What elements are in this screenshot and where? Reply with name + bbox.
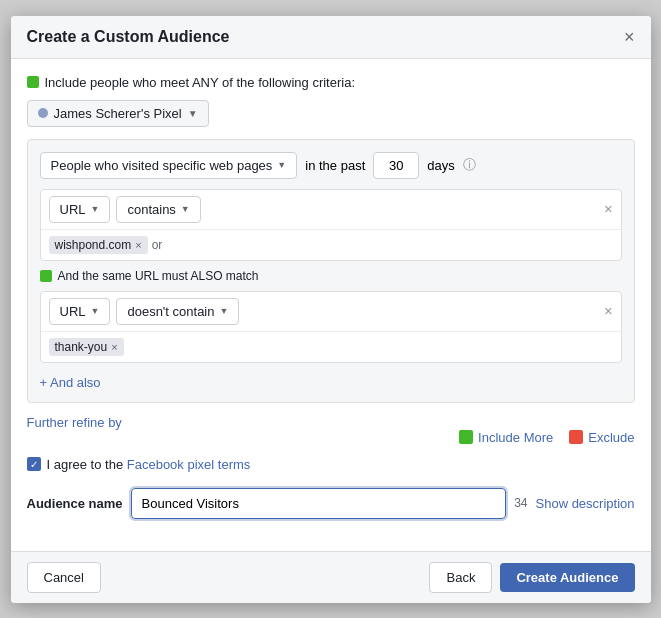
modal-header: Create a Custom Audience × [11,16,651,59]
days-label: days [427,158,454,173]
rule1-operator-dropdown[interactable]: contains ▼ [116,196,200,223]
pixel-dot-icon [38,108,48,118]
rule1-tag-remove[interactable]: × [135,239,141,251]
rule2-field-arrow: ▼ [91,306,100,316]
pixel-selector[interactable]: James Scherer's Pixel ▼ [27,100,209,127]
rule1-op-arrow: ▼ [181,204,190,214]
footer-right: Back Create Audience [429,562,634,593]
criteria-row: People who visited specific web pages ▼ … [40,152,622,179]
rule2-op-arrow: ▼ [219,306,228,316]
close-button[interactable]: × [624,28,635,46]
char-count: 34 [514,496,527,510]
rule2-tag-remove[interactable]: × [111,341,117,353]
in-the-past-label: in the past [305,158,365,173]
rule2-row: URL ▼ doesn't contain ▼ × thank-you × [40,291,622,363]
include-exclude-row: Include More Exclude [27,430,635,445]
audience-name-input[interactable] [131,488,507,519]
rule2-close-icon[interactable]: × [604,303,612,319]
show-description-button[interactable]: Show description [536,496,635,511]
rule1-close-icon[interactable]: × [604,201,612,217]
further-refine-link[interactable]: Further refine by [27,415,122,430]
rule1-field-arrow: ▼ [91,204,100,214]
visit-type-dropdown[interactable]: People who visited specific web pages ▼ [40,152,298,179]
rule2-operator-dropdown[interactable]: doesn't contain ▼ [116,298,239,325]
include-more-button[interactable]: Include More [459,430,553,445]
days-input[interactable] [373,152,419,179]
modal-title: Create a Custom Audience [27,28,230,46]
exclude-button[interactable]: Exclude [569,430,634,445]
rule1-row: URL ▼ contains ▼ × wishpond.com × or [40,189,622,261]
green-square-icon [27,76,39,88]
create-audience-button[interactable]: Create Audience [500,563,634,592]
include-more-icon [459,430,473,444]
audience-name-row: Audience name 34 Show description [27,488,635,519]
audience-name-label: Audience name [27,496,123,511]
modal-body: Include people who meet ANY of the follo… [11,59,651,551]
back-button[interactable]: Back [429,562,492,593]
rule1-field-dropdown[interactable]: URL ▼ [49,196,111,223]
also-match-label: And the same URL must ALSO match [58,269,259,283]
pixel-dropdown-arrow: ▼ [188,108,198,119]
criteria-box: People who visited specific web pages ▼ … [27,139,635,403]
create-custom-audience-modal: Create a Custom Audience × Include peopl… [11,16,651,603]
and-also-btn[interactable]: + And also [40,371,622,390]
terms-row: I agree to the Facebook pixel terms [27,457,635,472]
rule2-top: URL ▼ doesn't contain ▼ × [41,292,621,332]
also-match-row: And the same URL must ALSO match [40,269,622,283]
visit-type-arrow: ▼ [277,160,286,170]
terms-text: I agree to the Facebook pixel terms [47,457,251,472]
terms-checkbox[interactable] [27,457,41,471]
or-text: or [152,238,163,252]
rule1-tag: wishpond.com × [49,236,148,254]
modal-footer: Cancel Back Create Audience [11,551,651,603]
terms-link[interactable]: Facebook pixel terms [127,457,251,472]
exclude-icon [569,430,583,444]
rule2-tag: thank-you × [49,338,124,356]
rule1-tag-row: wishpond.com × or [41,230,621,260]
rule2-field-dropdown[interactable]: URL ▼ [49,298,111,325]
info-icon: ⓘ [463,156,476,174]
pixel-name: James Scherer's Pixel [54,106,182,121]
include-label: Include people who meet ANY of the follo… [27,75,635,90]
rule2-tag-row: thank-you × [41,332,621,362]
also-match-icon [40,270,52,282]
cancel-button[interactable]: Cancel [27,562,101,593]
rule1-top: URL ▼ contains ▼ × [41,190,621,230]
further-refine: Further refine by [27,415,635,430]
